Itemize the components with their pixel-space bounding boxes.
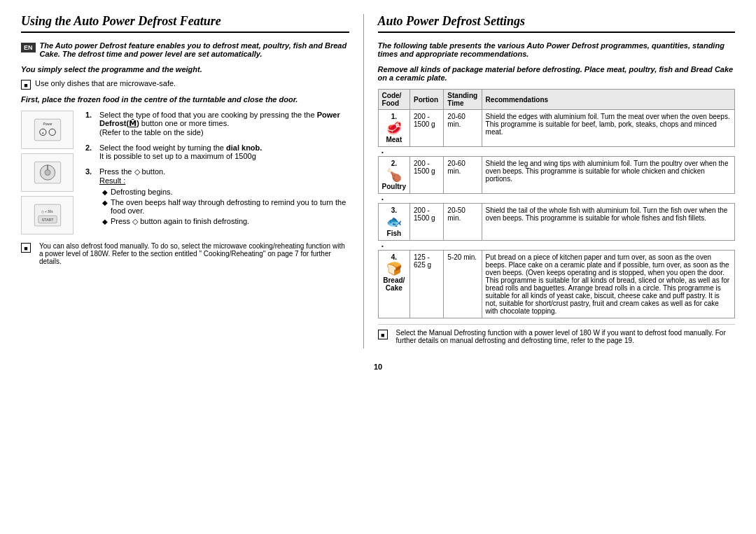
- result-label: Result :: [99, 176, 125, 185]
- device-img-3: ◇ + 30s START: [21, 196, 74, 234]
- step-2: 2. Select the food weight by turning the…: [85, 143, 349, 160]
- step3-num: 3.: [85, 167, 95, 228]
- result-bullets: ◆ Defrosting begins. ◆ The oven beeps ha…: [99, 188, 349, 226]
- right-column: Auto Power Defrost Settings The followin…: [364, 14, 735, 349]
- bullet-c-text: Press ◇ button again to finish defrostin…: [111, 217, 249, 226]
- page-number: 10: [21, 363, 735, 371]
- intro-block: EN The Auto power Defrost feature enable…: [21, 41, 349, 58]
- device-img-1: Power ▲: [21, 111, 74, 149]
- en-badge: EN: [21, 43, 36, 52]
- diamond-c: ◆: [102, 218, 108, 225]
- standing-cell-4: 5-20 min.: [444, 251, 482, 318]
- rec-cell-4: Put bread on a piece of kitchen paper an…: [482, 251, 734, 318]
- defrost-table: Code/Food Portion StandingTime Recommend…: [378, 89, 735, 318]
- sub-bullet-b: ◆ The oven beeps half way through defros…: [102, 198, 349, 215]
- sub-bullet-a: ◆ Defrosting begins.: [102, 188, 349, 196]
- table-row-2: 2.🍗Poultry200 - 1500 g20-60 min.Shield t…: [378, 157, 734, 194]
- subheading: You simply select the programme and the …: [21, 65, 349, 73]
- diamond-a: ◆: [102, 188, 108, 196]
- left-bottom-note: ■ You can also defrost food manually. To…: [21, 242, 349, 265]
- bullet-icon-right-bottom: ■: [378, 330, 388, 339]
- bold-instruction: First, place the frozen food in the cent…: [21, 95, 349, 104]
- step2-content: Select the food weight by turning the di…: [99, 143, 262, 160]
- steps-list: 1. Select the type of food that you are …: [85, 111, 349, 235]
- portion-cell-3: 200 - 1500 g: [410, 204, 444, 241]
- bullet-b-text: The oven beeps half way through defrosti…: [111, 198, 349, 215]
- right-title: Auto Power Defrost Settings: [378, 14, 735, 33]
- bullet-icon-1: ■: [21, 80, 31, 90]
- step1-content: Select the type of food that you are coo…: [99, 111, 349, 136]
- bullet-a-text: Defrosting begins.: [111, 188, 173, 196]
- svg-text:Power: Power: [43, 122, 52, 126]
- bullet-dishes: ■ Use only dishes that are microwave-saf…: [21, 79, 349, 90]
- step2-text: Select the food weight by turning the: [99, 143, 224, 152]
- food-cell-4: 4.🍞Bread/Cake: [378, 251, 410, 318]
- svg-point-7: [45, 170, 50, 176]
- bottom-note-text: You can also defrost food manually. To d…: [39, 242, 349, 265]
- header-code: Code/Food: [378, 90, 410, 110]
- portion-cell-1: 200 - 1500 g: [410, 110, 444, 147]
- standing-cell-3: 20-50 min.: [444, 204, 482, 241]
- bullet-separator-1: •: [378, 147, 734, 157]
- food-cell-1: 1.🥩Meat: [378, 110, 410, 147]
- header-recommendations: Recommendations: [482, 90, 734, 110]
- food-cell-2: 2.🍗Poultry: [378, 157, 410, 194]
- step-1: 1. Select the type of food that you are …: [85, 111, 349, 136]
- step3-button: ◇: [134, 167, 140, 176]
- table-header-row: Code/Food Portion StandingTime Recommend…: [378, 90, 734, 110]
- rec-cell-2: Shield the leg and wing tips with alumin…: [482, 157, 734, 194]
- bullet-separator-2: •: [378, 194, 734, 204]
- sub-bullet-c: ◆ Press ◇ button again to finish defrost…: [102, 217, 349, 226]
- standing-cell-2: 20-60 min.: [444, 157, 482, 194]
- step1-num: 1.: [85, 111, 95, 136]
- standing-cell-1: 20-60 min.: [444, 110, 482, 147]
- step3-suffix: button.: [142, 167, 166, 176]
- bullet-separator-3: •: [378, 241, 734, 251]
- table-row-1: 1.🥩Meat200 - 1500 g20-60 min.Shield the …: [378, 110, 734, 147]
- step2-sub: It is possible to set up to a maximum of…: [99, 152, 256, 160]
- right-bottom-note: ■ Select the Manual Defrosting function …: [378, 324, 735, 349]
- step-3: 3. Press the ◇ button. Result : ◆ Defros…: [85, 167, 349, 228]
- step3-text: Press the: [99, 167, 132, 176]
- portion-cell-2: 200 - 1500 g: [410, 157, 444, 194]
- left-title: Using the Auto Power Defrost Feature: [21, 14, 349, 33]
- svg-text:START: START: [41, 218, 54, 222]
- intro-text: The Auto power Defrost feature enables y…: [40, 41, 349, 58]
- rec-cell-1: Shield the edges with aluminium foil. Tu…: [482, 110, 734, 147]
- right-intro: The following table presents the various…: [378, 41, 735, 58]
- svg-text:▲: ▲: [41, 131, 44, 134]
- step1-text: Select the type of food that you are coo…: [99, 111, 302, 119]
- device-images: Power ▲: [21, 111, 77, 235]
- right-bottom-note-text: Select the Manual Defrosting function wi…: [396, 329, 735, 344]
- header-standing: StandingTime: [444, 90, 482, 110]
- bullet-dishes-text: Use only dishes that are microwave-safe.: [35, 79, 176, 87]
- header-portion: Portion: [410, 90, 444, 110]
- food-cell-3: 3.🐟Fish: [378, 204, 410, 241]
- bullet-icon-bottom: ■: [21, 243, 31, 253]
- step3-content: Press the ◇ button. Result : ◆ Defrostin…: [99, 167, 349, 228]
- diamond-b: ◆: [102, 199, 108, 206]
- portion-cell-4: 125 - 625 g: [410, 251, 444, 318]
- left-column: Using the Auto Power Defrost Feature EN …: [21, 14, 364, 349]
- rec-cell-3: Shield the tail of the whole fish with a…: [482, 204, 734, 241]
- steps-area: Power ▲: [21, 111, 349, 235]
- svg-text:◇ + 30s: ◇ + 30s: [41, 210, 52, 213]
- step1-ref: (Refer to the table on the side): [99, 128, 204, 136]
- table-row-4: 4.🍞Bread/Cake125 - 625 g5-20 min.Put bre…: [378, 251, 734, 318]
- warning-text: Remove all kinds of package material bef…: [378, 65, 735, 82]
- table-row-3: 3.🐟Fish200 - 1500 g20-50 min.Shield the …: [378, 204, 734, 241]
- device-img-2: [21, 153, 74, 192]
- step2-num: 2.: [85, 143, 95, 160]
- step2-bold: dial knob.: [226, 143, 262, 152]
